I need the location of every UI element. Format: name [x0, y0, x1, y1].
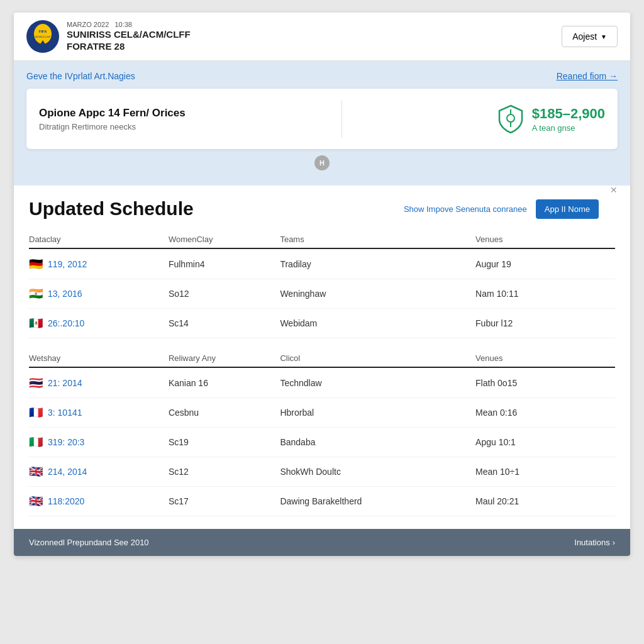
col-header-teams1: Teams [280, 231, 475, 248]
banner-card-subtitle: Ditratign Rertimore neecks [39, 122, 186, 131]
flag-icon: 🇩🇪 [29, 257, 43, 271]
chevron-down-icon: ▼ [601, 33, 607, 40]
header-title-line1: SUNIRISS CEL&/ACM/CLFF [67, 28, 191, 41]
main-container: FIFA WORLD CUP MARZO 2022 10:38 SUNIRISS… [14, 13, 630, 556]
flag-icon: 🇮🇹 [29, 435, 43, 449]
banner-card-right: $185–2,900 A tean gnse [498, 104, 605, 133]
svg-text:FIFA: FIFA [39, 30, 48, 33]
adjust-button[interactable]: Aojest ▼ [562, 26, 618, 47]
dot-indicator: H [314, 155, 330, 170]
table-row: 🇲🇽26:.20:10 Sc14 Webidam Fubur l12 [29, 309, 615, 338]
banner: Geve the IVprlatl Art.Nagies Reaned fiom… [14, 61, 630, 186]
header: FIFA WORLD CUP MARZO 2022 10:38 SUNIRISS… [14, 13, 630, 61]
col-header-women1: WomenClay [169, 231, 280, 248]
schedule-title: Updated Schedule [29, 198, 194, 219]
date-cell: 🇹🇭21: 2014 [29, 376, 169, 390]
date-cell: 🇬🇧214, 2014 [29, 465, 169, 479]
banner-link[interactable]: Geve the IVprlatl Art.Nagies [26, 71, 135, 81]
banner-top: Geve the IVprlatl Art.Nagies Reaned fiom… [26, 71, 618, 81]
show-link[interactable]: Show Impove Senenuta conranee [404, 204, 527, 214]
section-header-row-2: Wetshay Reliwary Any Clicol Venues [29, 350, 615, 367]
schedule-header: Updated Schedule Show Impove Senenuta co… [29, 198, 615, 219]
svg-text:WORLD CUP: WORLD CUP [35, 35, 51, 38]
fifa-logo: FIFA WORLD CUP [26, 20, 59, 53]
svg-point-5 [507, 114, 514, 122]
header-left: FIFA WORLD CUP MARZO 2022 10:38 SUNIRISS… [26, 20, 191, 53]
table-row: 🇫🇷3: 10141 Cesbnu Hbrorbal Mean 0:16 [29, 397, 615, 427]
flag-icon: 🇹🇭 [29, 376, 43, 390]
schedule-header-right: Show Impove Senenuta conranee App II Nom… [404, 199, 615, 219]
spacer-row [29, 338, 615, 350]
footer-left-text: Vizonnedl Prepundand See 2010 [29, 538, 149, 547]
col-header-date1: Dataclay [29, 231, 169, 248]
table-row: 🇮🇹319: 20:3 Sc19 Bandaba Apgu 10:1 [29, 427, 615, 457]
section-2: Wetshay Reliwary Any Clicol Venues 🇹🇭21:… [29, 350, 615, 516]
flag-icon: 🇮🇳 [29, 287, 43, 301]
date-cell: 🇮🇳13, 2016 [29, 287, 169, 301]
shield-icon [498, 104, 523, 133]
footer-right-link[interactable]: Inutations › [574, 538, 615, 547]
date-cell: 🇩🇪119, 2012 [29, 257, 169, 271]
flag-icon: 🇬🇧 [29, 465, 43, 479]
flag-icon: 🇲🇽 [29, 316, 43, 330]
close-icon[interactable]: ✕ [610, 185, 618, 195]
app-button[interactable]: App II Nome [536, 199, 599, 219]
banner-price-block: $185–2,900 A tean gnse [532, 106, 605, 133]
header-date: MARZO 2022 10:38 [67, 21, 191, 28]
flag-icon: 🇫🇷 [29, 406, 43, 419]
table-row: 🇹🇭21: 2014 Kanian 16 Techndlaw Flath 0o1… [29, 369, 615, 398]
renew-link[interactable]: Reaned fiom → [557, 71, 618, 81]
banner-price-sub: A tean gnse [532, 123, 605, 133]
table-row: 🇬🇧118:2020 Sc17 Dawing Barakeltherd Maul… [29, 486, 615, 516]
chevron-right-icon: › [613, 538, 615, 547]
header-text: MARZO 2022 10:38 SUNIRISS CEL&/ACM/CLFF … [67, 21, 191, 53]
date-cell: 🇲🇽26:.20:10 [29, 316, 169, 330]
date-cell: 🇮🇹319: 20:3 [29, 435, 169, 449]
schedule-table: Dataclay WomenClay Teams Venues 🇩🇪119, 2… [29, 231, 615, 516]
schedule-section: Updated Schedule Show Impove Senenuta co… [14, 186, 630, 529]
banner-card-left: Opione Appc 14 Fern/ Orices Ditratign Re… [39, 107, 186, 131]
banner-card-divider [341, 100, 342, 138]
col-header-women2: Reliwary Any [169, 350, 280, 367]
col-header-venues2: Venues [475, 350, 615, 367]
section-1: Dataclay WomenClay Teams Venues 🇩🇪119, 2… [29, 231, 615, 350]
table-row: 🇬🇧214, 2014 Sc12 ShokWh Doultc Mean 10÷1 [29, 457, 615, 486]
banner-dot: H [26, 155, 618, 170]
col-header-teams2: Clicol [280, 350, 475, 367]
date-cell: 🇬🇧118:2020 [29, 494, 169, 508]
banner-price: $185–2,900 [532, 106, 605, 122]
col-header-date2: Wetshay [29, 350, 169, 367]
footer: Vizonnedl Prepundand See 2010 Inutations… [14, 529, 630, 556]
table-row: 🇩🇪119, 2012 Fulhmin4 Tradilay Augur 19 [29, 250, 615, 279]
banner-card-title: Opione Appc 14 Fern/ Orices [39, 107, 186, 119]
header-title-line2: FORATRE 28 [67, 40, 191, 53]
date-cell: 🇫🇷3: 10141 [29, 406, 169, 419]
section-header-row-1: Dataclay WomenClay Teams Venues [29, 231, 615, 248]
table-row: 🇮🇳13, 2016 So12 Weninghaw Nam 10:11 [29, 279, 615, 309]
col-header-venues1: Venues [475, 231, 615, 248]
banner-card: Opione Appc 14 Fern/ Orices Ditratign Re… [26, 89, 618, 149]
flag-icon: 🇬🇧 [29, 494, 43, 508]
